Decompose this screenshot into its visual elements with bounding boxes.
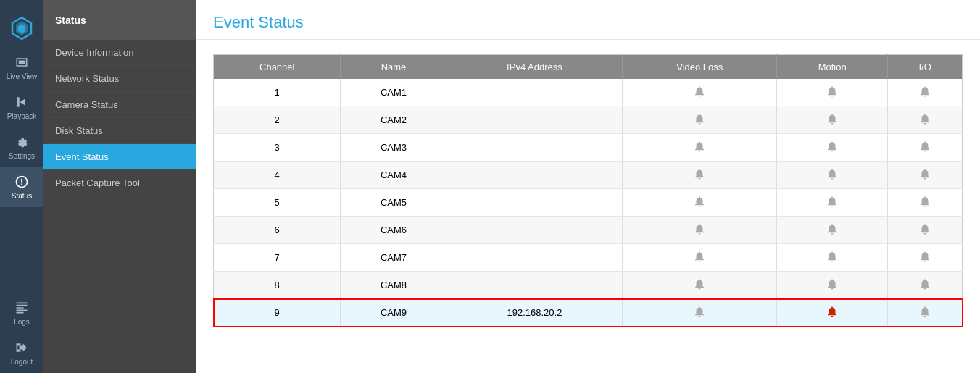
motion-cell — [777, 272, 888, 299]
table-row: 1CAM1 — [214, 79, 963, 106]
sidebar-menu-item-disk-status[interactable]: Disk Status — [43, 118, 196, 144]
channel-cell: 4 — [214, 162, 341, 189]
bell-icon — [826, 222, 839, 235]
col-header-ipv4-address: IPv4 Address — [447, 55, 623, 80]
table-row: 7CAM7 — [214, 244, 963, 272]
name-cell: CAM7 — [341, 244, 447, 272]
settings-label: Settings — [9, 152, 35, 160]
playback-label: Playback — [7, 112, 37, 120]
sidebar-menu-item-camera-status[interactable]: Camera Status — [43, 92, 196, 118]
sidebar-item-logs[interactable]: Logs — [0, 293, 43, 333]
sidebar-menu-item-event-status[interactable]: Event Status — [43, 144, 196, 170]
bell-icon — [918, 250, 931, 263]
sidebar-menu-item-device-information[interactable]: Device Information — [43, 40, 196, 66]
motion-cell — [777, 162, 888, 189]
table-row: 3CAM3 — [214, 134, 963, 162]
ipv4-cell — [447, 217, 623, 244]
video-loss-cell — [623, 106, 777, 134]
sidebar: Status Device InformationNetwork StatusC… — [43, 0, 196, 373]
ipv4-cell — [447, 134, 623, 162]
playback-icon — [14, 95, 29, 109]
channel-cell: 2 — [214, 106, 341, 134]
status-label: Status — [12, 192, 32, 200]
sidebar-item-status[interactable]: Status — [0, 167, 43, 207]
video-loss-cell — [623, 244, 777, 272]
sidebar-item-logout[interactable]: Logout — [0, 333, 43, 373]
bell-icon — [918, 222, 931, 235]
sidebar-menu-item-packet-capture-tool[interactable]: Packet Capture Tool — [43, 170, 196, 196]
sidebar-item-settings[interactable]: Settings — [0, 127, 43, 167]
channel-cell: 3 — [214, 134, 341, 162]
app-logo — [0, 7, 43, 48]
video-loss-cell — [623, 134, 777, 162]
status-icon — [14, 175, 29, 189]
bell-icon — [918, 140, 931, 153]
bell-icon — [918, 305, 931, 318]
io-cell — [888, 79, 963, 106]
name-cell: CAM4 — [341, 162, 447, 189]
bell-icon — [693, 112, 706, 125]
table-row: 5CAM5 — [214, 189, 963, 217]
settings-icon — [14, 135, 29, 149]
ipv4-cell — [447, 79, 623, 106]
table-row: 6CAM6 — [214, 217, 963, 244]
col-header-motion: Motion — [777, 55, 888, 80]
table-row: 8CAM8 — [214, 272, 963, 299]
video-loss-cell — [623, 217, 777, 244]
logout-icon — [14, 340, 29, 355]
name-cell: CAM3 — [341, 134, 447, 162]
bell-icon — [693, 222, 706, 235]
bell-icon — [693, 277, 706, 290]
bell-icon — [693, 167, 706, 180]
event-table: ChannelNameIPv4 AddressVideo LossMotionI… — [213, 54, 963, 327]
channel-cell: 6 — [214, 217, 341, 244]
video-loss-cell — [623, 299, 777, 327]
page-title: Event Status — [213, 13, 963, 32]
logs-label: Logs — [14, 318, 30, 326]
sidebar-item-live-view[interactable]: Live View — [0, 48, 43, 88]
io-cell — [888, 162, 963, 189]
channel-cell: 8 — [214, 272, 341, 299]
motion-cell — [777, 79, 888, 106]
motion-cell — [777, 244, 888, 272]
icon-nav: Live View Playback Settings Status Logs … — [0, 0, 43, 373]
table-row: 2CAM2 — [214, 106, 963, 134]
sidebar-menu: Device InformationNetwork StatusCamera S… — [43, 40, 196, 373]
logout-label: Logout — [11, 358, 33, 366]
sidebar-item-playback[interactable]: Playback — [0, 88, 43, 127]
motion-cell — [777, 299, 888, 327]
ipv4-cell — [447, 272, 623, 299]
video-loss-cell — [623, 162, 777, 189]
video-loss-cell — [623, 189, 777, 217]
col-header-video-loss: Video Loss — [623, 55, 777, 80]
live-view-label: Live View — [7, 72, 38, 80]
name-cell: CAM8 — [341, 272, 447, 299]
motion-cell — [777, 106, 888, 134]
bell-icon — [918, 167, 931, 180]
sidebar-menu-item-network-status[interactable]: Network Status — [43, 66, 196, 92]
ipv4-cell — [447, 244, 623, 272]
bell-icon — [693, 85, 706, 98]
name-cell: CAM6 — [341, 217, 447, 244]
sidebar-header-text: Status — [55, 14, 86, 26]
main-content: Event Status ChannelNameIPv4 AddressVide… — [196, 0, 980, 373]
ipv4-cell: 192.168.20.2 — [447, 299, 623, 327]
name-cell: CAM5 — [341, 189, 447, 217]
sidebar-header: Status — [43, 0, 196, 40]
ipv4-cell — [447, 106, 623, 134]
bell-icon — [693, 250, 706, 263]
bell-icon — [918, 85, 931, 98]
channel-cell: 5 — [214, 189, 341, 217]
col-header-name: Name — [341, 55, 447, 80]
io-cell — [888, 134, 963, 162]
main-header: Event Status — [196, 0, 980, 40]
logs-icon — [14, 301, 29, 315]
live-view-icon — [14, 55, 29, 70]
bell-icon — [826, 250, 839, 263]
io-cell — [888, 189, 963, 217]
bell-icon — [826, 167, 839, 180]
channel-cell: 7 — [214, 244, 341, 272]
bell-icon — [693, 140, 706, 153]
motion-cell — [777, 189, 888, 217]
bell-icon — [826, 305, 839, 318]
